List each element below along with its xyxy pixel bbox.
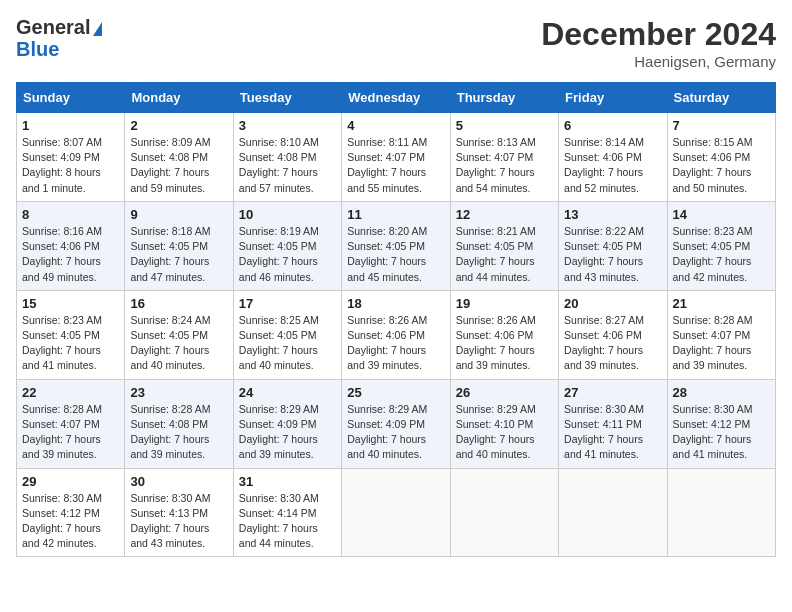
calendar-week-row: 29 Sunrise: 8:30 AMSunset: 4:12 PMDaylig… <box>17 468 776 557</box>
calendar-cell: 16 Sunrise: 8:24 AMSunset: 4:05 PMDaylig… <box>125 290 233 379</box>
day-number: 29 <box>22 474 119 489</box>
calendar-cell: 29 Sunrise: 8:30 AMSunset: 4:12 PMDaylig… <box>17 468 125 557</box>
day-detail: Sunrise: 8:19 AMSunset: 4:05 PMDaylight:… <box>239 225 319 283</box>
calendar-cell: 9 Sunrise: 8:18 AMSunset: 4:05 PMDayligh… <box>125 201 233 290</box>
calendar-cell: 5 Sunrise: 8:13 AMSunset: 4:07 PMDayligh… <box>450 113 558 202</box>
day-detail: Sunrise: 8:11 AMSunset: 4:07 PMDaylight:… <box>347 136 427 194</box>
day-number: 31 <box>239 474 336 489</box>
calendar-cell: 26 Sunrise: 8:29 AMSunset: 4:10 PMDaylig… <box>450 379 558 468</box>
day-number: 12 <box>456 207 553 222</box>
day-detail: Sunrise: 8:24 AMSunset: 4:05 PMDaylight:… <box>130 314 210 372</box>
day-detail: Sunrise: 8:29 AMSunset: 4:09 PMDaylight:… <box>239 403 319 461</box>
calendar-cell: 2 Sunrise: 8:09 AMSunset: 4:08 PMDayligh… <box>125 113 233 202</box>
day-number: 19 <box>456 296 553 311</box>
calendar-header-row: SundayMondayTuesdayWednesdayThursdayFrid… <box>17 83 776 113</box>
day-detail: Sunrise: 8:30 AMSunset: 4:12 PMDaylight:… <box>22 492 102 550</box>
day-number: 26 <box>456 385 553 400</box>
calendar-cell <box>342 468 450 557</box>
day-number: 11 <box>347 207 444 222</box>
day-number: 18 <box>347 296 444 311</box>
day-detail: Sunrise: 8:07 AMSunset: 4:09 PMDaylight:… <box>22 136 102 194</box>
day-detail: Sunrise: 8:23 AMSunset: 4:05 PMDaylight:… <box>673 225 753 283</box>
day-number: 15 <box>22 296 119 311</box>
day-detail: Sunrise: 8:30 AMSunset: 4:13 PMDaylight:… <box>130 492 210 550</box>
calendar-cell: 6 Sunrise: 8:14 AMSunset: 4:06 PMDayligh… <box>559 113 667 202</box>
calendar-cell <box>667 468 775 557</box>
day-detail: Sunrise: 8:20 AMSunset: 4:05 PMDaylight:… <box>347 225 427 283</box>
calendar-cell: 4 Sunrise: 8:11 AMSunset: 4:07 PMDayligh… <box>342 113 450 202</box>
calendar-cell: 11 Sunrise: 8:20 AMSunset: 4:05 PMDaylig… <box>342 201 450 290</box>
day-number: 9 <box>130 207 227 222</box>
calendar-week-row: 22 Sunrise: 8:28 AMSunset: 4:07 PMDaylig… <box>17 379 776 468</box>
day-detail: Sunrise: 8:26 AMSunset: 4:06 PMDaylight:… <box>456 314 536 372</box>
day-detail: Sunrise: 8:29 AMSunset: 4:10 PMDaylight:… <box>456 403 536 461</box>
calendar-cell: 25 Sunrise: 8:29 AMSunset: 4:09 PMDaylig… <box>342 379 450 468</box>
day-detail: Sunrise: 8:30 AMSunset: 4:11 PMDaylight:… <box>564 403 644 461</box>
day-detail: Sunrise: 8:13 AMSunset: 4:07 PMDaylight:… <box>456 136 536 194</box>
day-number: 25 <box>347 385 444 400</box>
calendar-cell: 19 Sunrise: 8:26 AMSunset: 4:06 PMDaylig… <box>450 290 558 379</box>
day-detail: Sunrise: 8:30 AMSunset: 4:12 PMDaylight:… <box>673 403 753 461</box>
logo-triangle-icon <box>93 22 102 36</box>
day-number: 4 <box>347 118 444 133</box>
day-number: 27 <box>564 385 661 400</box>
calendar-cell: 15 Sunrise: 8:23 AMSunset: 4:05 PMDaylig… <box>17 290 125 379</box>
day-detail: Sunrise: 8:27 AMSunset: 4:06 PMDaylight:… <box>564 314 644 372</box>
logo-general-text: General <box>16 16 90 38</box>
day-detail: Sunrise: 8:22 AMSunset: 4:05 PMDaylight:… <box>564 225 644 283</box>
day-number: 24 <box>239 385 336 400</box>
calendar-week-row: 15 Sunrise: 8:23 AMSunset: 4:05 PMDaylig… <box>17 290 776 379</box>
calendar-cell <box>559 468 667 557</box>
location-text: Haenigsen, Germany <box>541 53 776 70</box>
day-detail: Sunrise: 8:28 AMSunset: 4:07 PMDaylight:… <box>22 403 102 461</box>
day-header-friday: Friday <box>559 83 667 113</box>
month-title: December 2024 <box>541 16 776 53</box>
calendar-cell: 31 Sunrise: 8:30 AMSunset: 4:14 PMDaylig… <box>233 468 341 557</box>
calendar-table: SundayMondayTuesdayWednesdayThursdayFrid… <box>16 82 776 557</box>
calendar-cell: 8 Sunrise: 8:16 AMSunset: 4:06 PMDayligh… <box>17 201 125 290</box>
day-number: 6 <box>564 118 661 133</box>
day-number: 10 <box>239 207 336 222</box>
logo: General Blue <box>16 16 102 60</box>
day-number: 28 <box>673 385 770 400</box>
day-number: 23 <box>130 385 227 400</box>
day-detail: Sunrise: 8:28 AMSunset: 4:07 PMDaylight:… <box>673 314 753 372</box>
calendar-cell: 3 Sunrise: 8:10 AMSunset: 4:08 PMDayligh… <box>233 113 341 202</box>
day-header-sunday: Sunday <box>17 83 125 113</box>
calendar-cell: 24 Sunrise: 8:29 AMSunset: 4:09 PMDaylig… <box>233 379 341 468</box>
day-number: 2 <box>130 118 227 133</box>
calendar-cell: 30 Sunrise: 8:30 AMSunset: 4:13 PMDaylig… <box>125 468 233 557</box>
day-detail: Sunrise: 8:16 AMSunset: 4:06 PMDaylight:… <box>22 225 102 283</box>
calendar-cell: 21 Sunrise: 8:28 AMSunset: 4:07 PMDaylig… <box>667 290 775 379</box>
day-number: 8 <box>22 207 119 222</box>
day-detail: Sunrise: 8:26 AMSunset: 4:06 PMDaylight:… <box>347 314 427 372</box>
day-header-tuesday: Tuesday <box>233 83 341 113</box>
logo-blue-text: Blue <box>16 38 59 60</box>
day-detail: Sunrise: 8:09 AMSunset: 4:08 PMDaylight:… <box>130 136 210 194</box>
day-number: 1 <box>22 118 119 133</box>
calendar-cell: 28 Sunrise: 8:30 AMSunset: 4:12 PMDaylig… <box>667 379 775 468</box>
day-detail: Sunrise: 8:29 AMSunset: 4:09 PMDaylight:… <box>347 403 427 461</box>
day-header-saturday: Saturday <box>667 83 775 113</box>
day-number: 22 <box>22 385 119 400</box>
day-detail: Sunrise: 8:18 AMSunset: 4:05 PMDaylight:… <box>130 225 210 283</box>
day-number: 13 <box>564 207 661 222</box>
day-header-wednesday: Wednesday <box>342 83 450 113</box>
calendar-cell: 14 Sunrise: 8:23 AMSunset: 4:05 PMDaylig… <box>667 201 775 290</box>
day-detail: Sunrise: 8:30 AMSunset: 4:14 PMDaylight:… <box>239 492 319 550</box>
day-header-monday: Monday <box>125 83 233 113</box>
calendar-week-row: 1 Sunrise: 8:07 AMSunset: 4:09 PMDayligh… <box>17 113 776 202</box>
day-detail: Sunrise: 8:10 AMSunset: 4:08 PMDaylight:… <box>239 136 319 194</box>
calendar-cell: 10 Sunrise: 8:19 AMSunset: 4:05 PMDaylig… <box>233 201 341 290</box>
day-detail: Sunrise: 8:25 AMSunset: 4:05 PMDaylight:… <box>239 314 319 372</box>
day-number: 17 <box>239 296 336 311</box>
day-number: 7 <box>673 118 770 133</box>
calendar-cell: 13 Sunrise: 8:22 AMSunset: 4:05 PMDaylig… <box>559 201 667 290</box>
day-number: 20 <box>564 296 661 311</box>
day-detail: Sunrise: 8:21 AMSunset: 4:05 PMDaylight:… <box>456 225 536 283</box>
calendar-cell: 12 Sunrise: 8:21 AMSunset: 4:05 PMDaylig… <box>450 201 558 290</box>
day-detail: Sunrise: 8:28 AMSunset: 4:08 PMDaylight:… <box>130 403 210 461</box>
calendar-cell: 17 Sunrise: 8:25 AMSunset: 4:05 PMDaylig… <box>233 290 341 379</box>
day-number: 16 <box>130 296 227 311</box>
calendar-cell <box>450 468 558 557</box>
